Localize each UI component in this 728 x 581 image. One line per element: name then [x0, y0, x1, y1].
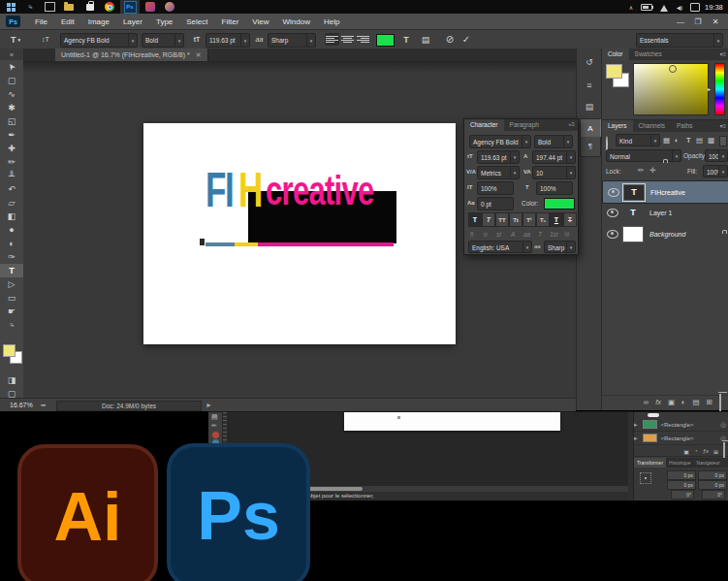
strikethrough-button[interactable]: T	[563, 212, 577, 227]
eraser-tool[interactable]: ▱	[0, 196, 23, 210]
clone-stamp-tool[interactable]: ╨	[0, 169, 23, 182]
visibility-eye-icon[interactable]	[608, 188, 619, 197]
lock-pixels-icon[interactable]: ✏	[638, 166, 644, 175]
tool-preset-button[interactable]: T▾	[4, 33, 27, 46]
item-name[interactable]: <Rectangle>	[661, 422, 720, 428]
filter-adjustment-icon[interactable]: ◐	[675, 136, 680, 145]
color-picker-ring[interactable]	[669, 65, 677, 73]
tab-paragraph[interactable]: Paragraph	[504, 119, 545, 131]
artboard-tool-icon[interactable]: ▤	[211, 413, 218, 421]
volume-indicator[interactable]: ◀)	[673, 2, 686, 12]
ot-ordinals-icon[interactable]: 1st	[550, 231, 558, 238]
illustrator-app-tile[interactable]: Ai	[17, 444, 158, 581]
disclosure-icon[interactable]: ▸	[634, 435, 638, 442]
background-layer-thumbnail[interactable]	[622, 226, 644, 242]
libraries-panel-icon[interactable]: ▤	[577, 99, 602, 114]
ot-swash-icon[interactable]: o	[484, 231, 488, 238]
menu-filter[interactable]: Filter	[215, 17, 246, 26]
tab-paths[interactable]: Paths	[671, 120, 699, 132]
cp-font-family-select[interactable]: Agency FB Bold	[469, 135, 531, 148]
close-tab-icon[interactable]: ✕	[196, 51, 202, 59]
taskbar-clock[interactable]: 19:38	[705, 3, 723, 12]
language-select[interactable]: English: USA	[468, 241, 532, 253]
transform-h-field[interactable]: 0 px	[698, 480, 727, 490]
history-brush-tool[interactable]: ↶	[0, 182, 23, 196]
transform-y-field[interactable]: 0 px	[667, 480, 696, 490]
link-layers-icon[interactable]: ∞	[644, 398, 649, 406]
layer-name[interactable]: Layer 1	[649, 210, 672, 216]
chrome-button[interactable]	[103, 2, 116, 12]
text-color-swatch[interactable]	[376, 34, 395, 47]
ot-titling-icon[interactable]: T	[538, 231, 542, 238]
ot-stylistic-icon[interactable]: A	[511, 231, 515, 238]
align-left-button[interactable]	[325, 33, 339, 46]
menu-type[interactable]: Type	[149, 17, 179, 26]
menu-file[interactable]: File	[28, 17, 54, 26]
opacity-select[interactable]: 100%	[705, 149, 728, 162]
tab-historique[interactable]: Historique	[666, 458, 694, 468]
tab-color[interactable]: Color	[602, 48, 629, 60]
small-caps-button[interactable]: Tt	[509, 212, 522, 227]
zoom-tool[interactable]: ♀	[0, 318, 23, 332]
file-explorer-button[interactable]	[62, 2, 76, 12]
font-style-select[interactable]: Bold	[142, 33, 184, 48]
underline-button[interactable]: T	[550, 212, 563, 227]
target-circle-icon[interactable]: ◎	[720, 421, 726, 429]
cp-color-swatch[interactable]	[544, 198, 575, 210]
gradient-tool[interactable]: ◧	[0, 210, 23, 223]
subscript-button[interactable]: T₁	[536, 212, 550, 227]
text-layer-thumbnail[interactable]: T	[622, 205, 644, 221]
restore-button[interactable]: ❐	[689, 17, 707, 26]
marquee-tool[interactable]: ▢	[0, 74, 23, 87]
visibility-eye-icon[interactable]	[607, 209, 618, 217]
adjustment-layer-icon[interactable]: ◐	[681, 398, 686, 406]
quick-mask-icon[interactable]: ◨	[5, 374, 18, 386]
layer-filter-select[interactable]: Kind	[616, 134, 660, 146]
effects-icon[interactable]: ◔	[694, 448, 698, 454]
layer-effects-icon[interactable]: fx	[655, 398, 661, 406]
reference-point-icon[interactable]	[640, 472, 651, 484]
appearance-row-rect2[interactable]: ▸ <Rectangle> ◎	[634, 432, 728, 445]
dodge-tool[interactable]: ◐	[0, 237, 23, 250]
photoshop-taskbar-button[interactable]: Ps	[120, 0, 140, 15]
visibility-eye-icon[interactable]	[607, 230, 618, 239]
disclosure-icon[interactable]: ▸	[634, 421, 638, 429]
menu-window[interactable]: Window	[276, 17, 317, 26]
lock-position-icon[interactable]: ✛	[649, 166, 655, 175]
network-indicator[interactable]	[657, 3, 671, 13]
menu-edit[interactable]: Edit	[54, 17, 81, 26]
ot-ligatures-icon[interactable]: fi	[470, 231, 473, 238]
battery-indicator[interactable]	[640, 2, 653, 12]
toggle-panels-icon[interactable]: ▤	[419, 33, 432, 46]
foreground-color-well[interactable]	[606, 64, 622, 79]
pen-tool[interactable]: ✑	[0, 250, 23, 264]
quick-selection-tool[interactable]: ✱	[0, 101, 23, 114]
ot-alternates-icon[interactable]: aa	[523, 231, 530, 238]
menu-view[interactable]: View	[245, 17, 275, 26]
path-selection-tool[interactable]: ▷	[0, 277, 23, 291]
align-center-button[interactable]	[340, 33, 355, 46]
lasso-tool[interactable]: ∿	[0, 87, 23, 101]
layer-row-background[interactable]: Background	[602, 223, 728, 244]
fx-icon[interactable]: ƒx	[703, 448, 709, 454]
rectangle-tool[interactable]: ▭	[0, 291, 23, 305]
transform-w-field[interactable]: 0 px	[698, 470, 727, 480]
menu-layer[interactable]: Layer	[116, 17, 149, 26]
paragraph-panel-icon[interactable]: ¶	[581, 137, 600, 154]
export-icon[interactable]: ➥	[41, 402, 47, 409]
tab-channels[interactable]: Channels	[633, 120, 671, 132]
brush-tool[interactable]: ✏	[0, 155, 23, 169]
app-1-button[interactable]	[143, 2, 157, 12]
layer-mask-icon[interactable]: ▣	[668, 398, 675, 406]
adjustments-panel-icon[interactable]: ≡	[577, 78, 602, 93]
document-size-info[interactable]: Doc: 24.9M/0 bytes	[56, 401, 202, 411]
new-item-icon[interactable]: ⊞	[713, 448, 718, 455]
fill-swatch-icon[interactable]	[212, 432, 219, 438]
layer-name[interactable]: FIHcreative	[650, 189, 685, 196]
new-layer-icon[interactable]: ⊞	[707, 398, 712, 406]
shear-angle-field[interactable]: 0°	[702, 490, 725, 500]
filter-toggle[interactable]	[719, 136, 727, 146]
panel-menu-icon[interactable]: ▾≡	[719, 48, 728, 60]
cp-size-select[interactable]: 119.63 pt	[477, 150, 520, 164]
rotate-angle-field[interactable]: 0°	[671, 490, 694, 500]
